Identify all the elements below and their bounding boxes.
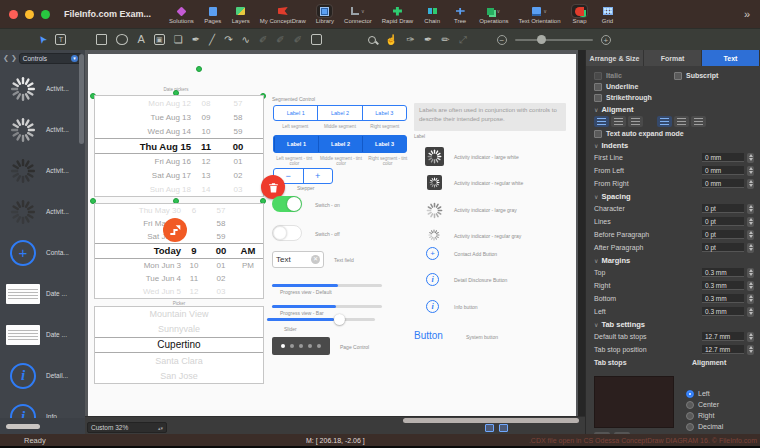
stepper-plus[interactable]: +: [303, 169, 333, 183]
menubar-item-chain[interactable]: Chain: [419, 3, 445, 25]
page-view-button[interactable]: [485, 424, 494, 432]
menubar-item-layers[interactable]: Layers: [228, 3, 254, 25]
sidebar-hscrollbar[interactable]: [6, 424, 40, 429]
date-picker-widget[interactable]: Thu May 30657 Fri May 3158 Sat Jun 159 T…: [94, 203, 264, 299]
info-button-widget[interactable]: i: [426, 300, 439, 313]
close-window-button[interactable]: [9, 10, 18, 19]
stepper-control[interactable]: [747, 153, 754, 163]
menubar-item-text-orientation[interactable]: ∨Text Orientation: [515, 3, 565, 25]
library-item[interactable]: Activit...: [0, 150, 78, 191]
slider-widget[interactable]: [267, 318, 375, 321]
library-item[interactable]: Activit...: [0, 68, 78, 109]
pen-tool[interactable]: ✒: [192, 35, 200, 45]
menubar-item-library[interactable]: Library: [312, 3, 338, 25]
tab-stop-position-input[interactable]: 12.7 mm: [702, 345, 744, 354]
stepper-control[interactable]: [747, 166, 754, 176]
jump-arrow-badge[interactable]: [163, 218, 187, 242]
system-button-widget[interactable]: Button: [414, 330, 443, 341]
text-field-widget[interactable]: Text ✕: [272, 251, 324, 268]
rectangle-tool[interactable]: [96, 34, 107, 45]
menubar-item-connector[interactable]: ∨Connector: [340, 3, 376, 25]
activity-indicator-large-gray-widget[interactable]: [426, 202, 443, 219]
underline-checkbox[interactable]: Underline: [594, 81, 754, 92]
library-item[interactable]: Date ...: [0, 314, 78, 355]
zoom-out-button[interactable]: −: [497, 35, 507, 45]
segmented-control-tint-widget[interactable]: Label 1 Label 2 Label 3: [273, 135, 407, 153]
drawing-page[interactable]: Date pickers Mon Aug 120857 Tue Aug 1309…: [88, 54, 576, 416]
valign-top-button[interactable]: [657, 116, 672, 127]
activity-indicator-regular-gray-widget[interactable]: [428, 229, 440, 241]
library-forward-button[interactable]: ❯: [11, 54, 17, 62]
align-left-button[interactable]: [594, 116, 609, 127]
first-line-input[interactable]: 0 mm: [702, 153, 744, 162]
align-right-button[interactable]: [628, 116, 643, 127]
progress-view-default-widget[interactable]: [272, 284, 382, 287]
stepper-control[interactable]: [747, 294, 754, 304]
rotation-handle[interactable]: [196, 66, 202, 72]
character-spacing-input[interactable]: 0 pt: [702, 204, 744, 213]
page-view-button[interactable]: [499, 424, 508, 432]
zoom-window-button[interactable]: [41, 10, 50, 19]
select-tool[interactable]: ➤: [35, 33, 49, 46]
lines-spacing-input[interactable]: 0 pt: [702, 217, 744, 226]
callout-tool[interactable]: ❏: [174, 35, 183, 45]
text-tool[interactable]: A: [137, 34, 144, 45]
clear-text-icon[interactable]: ✕: [311, 255, 320, 264]
toolbar-overflow-chevron[interactable]: »: [744, 8, 750, 20]
stepper-control[interactable]: [747, 268, 754, 278]
minimize-window-button[interactable]: [25, 10, 34, 19]
stepper-control[interactable]: [747, 230, 754, 240]
image-tool[interactable]: ▣: [154, 34, 165, 45]
menubar-item-operations[interactable]: ∨Operations: [475, 3, 512, 25]
subscript-checkbox[interactable]: Subscript: [674, 72, 754, 80]
eyedropper-tool[interactable]: ✒: [424, 35, 432, 45]
activity-indicator-large-white-widget[interactable]: [425, 147, 444, 166]
from-left-input[interactable]: 0 mm: [702, 166, 744, 175]
ellipse-tool[interactable]: [116, 34, 128, 45]
tab-stops-list[interactable]: [594, 376, 674, 428]
tab-format[interactable]: Format: [644, 50, 702, 66]
library-panel-select[interactable]: Controls▾: [19, 53, 82, 64]
zoom-level-select[interactable]: Custom 32% ▴▾: [87, 422, 167, 433]
date-picker-widget[interactable]: Mon Aug 120857 Tue Aug 130958 Wed Aug 14…: [94, 95, 264, 197]
stepper-control[interactable]: [747, 345, 754, 355]
tab-settings-section-header[interactable]: ∨Tab settings: [594, 318, 754, 330]
default-tab-stops-input[interactable]: 12.7 mm: [702, 332, 744, 341]
format-painter-tool[interactable]: ✑: [407, 35, 415, 45]
edit-path-tool[interactable]: ✐: [294, 35, 302, 45]
stepper-control[interactable]: [747, 179, 754, 189]
zoom-slider-thumb[interactable]: [537, 35, 546, 44]
brush-tool[interactable]: ✏: [441, 35, 449, 45]
arc-tool[interactable]: ↷: [224, 35, 232, 45]
tab-align-left-radio[interactable]: Left: [686, 388, 723, 399]
indents-section-header[interactable]: ∨Indents: [594, 139, 754, 151]
zoom-slider-track[interactable]: [515, 39, 593, 41]
alignment-section-header[interactable]: ∨Aligment: [594, 103, 754, 115]
sidebar-scrollbar[interactable]: [79, 54, 84, 144]
tab-align-center-radio[interactable]: Center: [686, 399, 723, 410]
edit-vertex-tool[interactable]: ✐: [259, 35, 267, 45]
library-back-button[interactable]: ❮: [3, 54, 9, 62]
label-example-box[interactable]: Labels are often used in conjunction wit…: [414, 103, 566, 131]
switch-on-widget[interactable]: [272, 196, 302, 212]
activity-indicator-regular-white-widget[interactable]: [427, 175, 442, 190]
canvas-hscrollbar[interactable]: [403, 418, 579, 423]
align-center-button[interactable]: [611, 116, 626, 127]
menubar-item-myconceptdraw[interactable]: My ConceptDraw: [256, 3, 310, 25]
tab-text[interactable]: Text: [702, 50, 760, 66]
spacing-section-header[interactable]: ∨Spacing: [594, 190, 754, 202]
library-item[interactable]: +Conta...: [0, 232, 78, 273]
curve-tool[interactable]: ∿: [242, 35, 250, 45]
picker-widget[interactable]: Mountain View Sunnyvale Cupertino Santa …: [94, 306, 264, 384]
segmented-control-widget[interactable]: Label 1 Label 2 Label 3: [273, 105, 407, 121]
margin-top-input[interactable]: 0.3 mm: [702, 268, 744, 277]
switch-off-widget[interactable]: [272, 225, 302, 241]
strikethrough-checkbox[interactable]: Strikethrough: [594, 92, 754, 103]
menubar-item-grid[interactable]: Grid: [595, 3, 621, 25]
library-item[interactable]: Activit...: [0, 191, 78, 232]
pan-hand-tool[interactable]: ☝: [385, 35, 397, 45]
library-item[interactable]: iInfo ...: [0, 396, 78, 418]
library-item[interactable]: Activit...: [0, 109, 78, 150]
stepper-control[interactable]: [747, 281, 754, 291]
menubar-item-pages[interactable]: Pages: [200, 3, 226, 25]
